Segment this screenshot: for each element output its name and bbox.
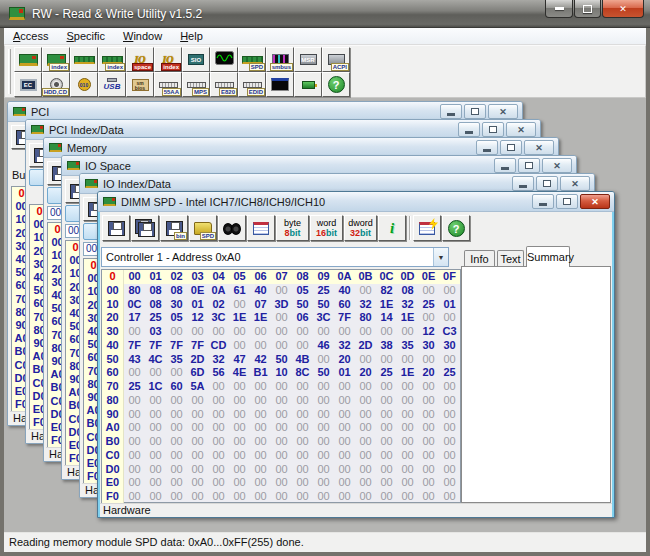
- hex-cell[interactable]: 08: [145, 284, 166, 298]
- hex-cell[interactable]: 00: [229, 394, 250, 408]
- hex-cell[interactable]: 00: [271, 476, 292, 490]
- hex-cell[interactable]: 07: [250, 298, 271, 312]
- dimm-toolbar-word-mode-button[interactable]: word16bit: [310, 215, 343, 241]
- hex-cell[interactable]: 00: [250, 463, 271, 477]
- hex-cell[interactable]: 00: [187, 325, 208, 339]
- hex-cell[interactable]: 00: [355, 325, 376, 339]
- hex-cell[interactable]: 50: [313, 298, 334, 312]
- hex-cell[interactable]: 00: [145, 463, 166, 477]
- dimm-toolbar-info-button[interactable]: i: [378, 215, 406, 241]
- hex-cell[interactable]: 00: [271, 449, 292, 463]
- hex-cell[interactable]: 00: [145, 394, 166, 408]
- hex-cell[interactable]: 00: [355, 353, 376, 367]
- hex-cell[interactable]: 7F: [124, 339, 145, 353]
- hex-cell[interactable]: 00: [334, 380, 355, 394]
- hex-cell[interactable]: 00: [292, 380, 313, 394]
- hex-cell[interactable]: 0A: [208, 284, 229, 298]
- hex-cell[interactable]: 00: [124, 449, 145, 463]
- toolbar-button-spd[interactable]: SPD: [238, 47, 266, 72]
- hex-cell[interactable]: 00: [166, 325, 187, 339]
- hex-cell[interactable]: 60: [334, 298, 355, 312]
- hex-cell[interactable]: 00: [292, 408, 313, 422]
- window-io-index-data-close-button[interactable]: ✕: [560, 176, 590, 191]
- hex-cell[interactable]: 42: [250, 353, 271, 367]
- window-memory-minimize-button[interactable]: [476, 140, 498, 155]
- toolbar-button-msr[interactable]: MSR: [294, 47, 322, 72]
- hex-cell[interactable]: 00: [397, 421, 418, 435]
- hex-cell[interactable]: 00: [313, 463, 334, 477]
- hex-cell[interactable]: 7F: [166, 339, 187, 353]
- hex-cell[interactable]: 00: [439, 408, 460, 422]
- hex-cell[interactable]: 46: [313, 339, 334, 353]
- hex-cell[interactable]: 00: [418, 380, 439, 394]
- hex-cell[interactable]: 00: [229, 421, 250, 435]
- hex-cell[interactable]: 00: [376, 353, 397, 367]
- hex-cell[interactable]: 00: [271, 339, 292, 353]
- hex-cell[interactable]: 6D: [187, 366, 208, 380]
- hex-cell[interactable]: 00: [439, 284, 460, 298]
- hex-cell[interactable]: 5A: [187, 380, 208, 394]
- toolbar-button-smbios[interactable]: smbios: [126, 72, 154, 97]
- hex-cell[interactable]: 56: [208, 366, 229, 380]
- hex-cell[interactable]: 00: [229, 449, 250, 463]
- hex-cell[interactable]: 7F: [334, 311, 355, 325]
- hex-cell[interactable]: 43: [124, 353, 145, 367]
- hex-cell[interactable]: 17: [124, 311, 145, 325]
- hex-cell[interactable]: 00: [397, 394, 418, 408]
- hex-cell[interactable]: 32: [334, 339, 355, 353]
- hex-cell[interactable]: 32: [355, 298, 376, 312]
- hex-cell[interactable]: 00: [166, 394, 187, 408]
- hex-cell[interactable]: 00: [418, 435, 439, 449]
- toolbar-button-bios-55aa[interactable]: 55AA: [154, 72, 182, 97]
- hex-cell[interactable]: 00: [229, 435, 250, 449]
- hex-cell[interactable]: 2D: [355, 339, 376, 353]
- hex-cell[interactable]: 00: [229, 325, 250, 339]
- hex-cell[interactable]: 00: [271, 311, 292, 325]
- toolbar-button-super-io[interactable]: SIO: [182, 47, 210, 72]
- window-pci-minimize-button[interactable]: [440, 104, 462, 119]
- hex-cell[interactable]: 00: [418, 311, 439, 325]
- hex-cell[interactable]: 00: [334, 435, 355, 449]
- hex-cell[interactable]: 00: [418, 421, 439, 435]
- hex-cell[interactable]: 00: [334, 449, 355, 463]
- toolbar-button-mps[interactable]: MPS: [182, 72, 210, 97]
- hex-cell[interactable]: CD: [208, 339, 229, 353]
- dimm-toolbar-byte-mode-button[interactable]: byte8bit: [276, 215, 309, 241]
- hex-cell[interactable]: 00: [166, 463, 187, 477]
- toolbar-button-smbus[interactable]: smbus: [266, 47, 294, 72]
- hex-cell[interactable]: 00: [229, 339, 250, 353]
- hex-cell[interactable]: 80: [124, 284, 145, 298]
- window-memory-close-button[interactable]: ✕: [524, 140, 554, 155]
- hex-cell[interactable]: 00: [229, 298, 250, 312]
- hex-cell[interactable]: 25: [439, 366, 460, 380]
- hex-cell[interactable]: 00: [271, 408, 292, 422]
- hex-cell[interactable]: 00: [271, 325, 292, 339]
- hex-cell[interactable]: 08: [166, 284, 187, 298]
- main-maximize-button[interactable]: [574, 0, 601, 18]
- window-dimm-spd-close-button[interactable]: ✕: [580, 194, 610, 209]
- hex-cell[interactable]: 00: [313, 476, 334, 490]
- hex-cell[interactable]: 00: [250, 449, 271, 463]
- hex-cell[interactable]: 00: [250, 408, 271, 422]
- hex-cell[interactable]: 08: [397, 284, 418, 298]
- hex-cell[interactable]: 3C: [313, 311, 334, 325]
- hex-cell[interactable]: 00: [355, 490, 376, 504]
- hex-cell[interactable]: 00: [313, 353, 334, 367]
- hex-cell[interactable]: 00: [166, 408, 187, 422]
- hex-cell[interactable]: 00: [418, 490, 439, 504]
- hex-cell[interactable]: 00: [439, 490, 460, 504]
- window-dimm-spd-restore-button[interactable]: [556, 194, 578, 209]
- hex-cell[interactable]: 00: [418, 353, 439, 367]
- hex-cell[interactable]: 00: [124, 408, 145, 422]
- hex-cell[interactable]: 00: [124, 325, 145, 339]
- hex-cell[interactable]: 50: [292, 298, 313, 312]
- hex-cell[interactable]: 00: [418, 463, 439, 477]
- hex-cell[interactable]: 00: [439, 380, 460, 394]
- hex-cell[interactable]: 20: [418, 366, 439, 380]
- hex-cell[interactable]: C3: [439, 325, 460, 339]
- window-memory-restore-button[interactable]: [500, 140, 522, 155]
- dimm-toolbar-help-button[interactable]: ?: [442, 215, 470, 241]
- hex-cell[interactable]: 00: [397, 449, 418, 463]
- dimm-toolbar-table-view-button[interactable]: [247, 215, 275, 241]
- window-io-index-data-restore-button[interactable]: [536, 176, 558, 191]
